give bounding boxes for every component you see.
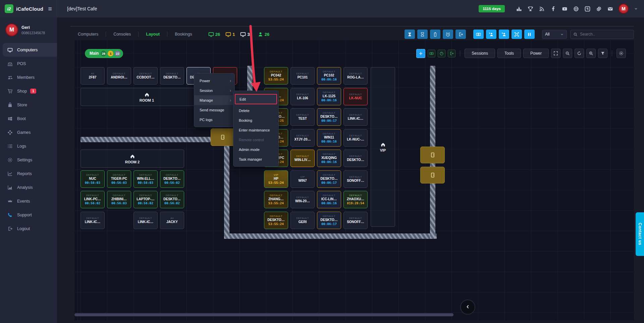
pc-tile[interactable]: DEFAULTTEST	[290, 108, 315, 126]
menu-item-pc-logs[interactable]: PC logs	[194, 115, 234, 124]
toolbar-button-pause[interactable]	[524, 30, 535, 39]
pc-tile[interactable]: DEFAULTANDROI…	[107, 67, 131, 85]
user-avatar[interactable]: M	[619, 4, 629, 14]
toolbar-button-hourglass-filled[interactable]	[405, 30, 415, 39]
layout-grid[interactable]: ROOM 1ROOM 2VIPAll2F87DEFAULTANDROI…DEFA…	[74, 40, 634, 320]
pc-tile[interactable]: DEFAULTLINK-IC…	[343, 108, 368, 126]
menu-item-power[interactable]: Power›	[194, 76, 234, 86]
pc-tile[interactable]: VIPWIN7	[290, 170, 315, 188]
submenu-item-task-manager[interactable]: Task manager	[233, 154, 278, 164]
pc-tile[interactable]: DEFAULTDESKTO…00:56:02	[160, 191, 184, 208]
sidebar-item-events[interactable]: Events	[0, 194, 57, 208]
pc-tile[interactable]: DEFAULTZHIBINI…00:56:03	[107, 191, 131, 208]
status-filter-select[interactable]: All	[542, 30, 567, 39]
pc-tile[interactable]: DEFAULTDESKTO…00:06:17	[317, 212, 341, 229]
pc-tile[interactable]: DEFAULTWIN1100:06:16	[317, 129, 341, 147]
chevron-down-icon[interactable]	[634, 7, 638, 11]
pc-tile[interactable]: DEFAULTDESKTO…00:56:02	[160, 170, 184, 188]
sidebar-item-support[interactable]: Support	[0, 208, 57, 222]
sidebar-item-settings[interactable]: Settings	[0, 153, 57, 167]
pc-tile[interactable]: DEFAULTLK-106	[290, 88, 315, 105]
subscription-days-badge[interactable]: 1115 days	[479, 5, 505, 12]
sidebar-item-members[interactable]: Members	[0, 70, 57, 84]
pc-tile[interactable]: DEFAULTXTJY-20…	[290, 129, 315, 147]
pc-tile[interactable]: DEFAULTICC-LIN…00:06:16	[317, 191, 341, 208]
submenu-item-edit[interactable]: Edit	[235, 94, 277, 104]
toolbar-button-member-plus[interactable]	[499, 30, 509, 39]
submenu-item-delete[interactable]: Delete	[233, 106, 278, 115]
toolbar-button-hourglass[interactable]	[417, 30, 428, 39]
pc-tile[interactable]: DEFAULTWIN-20…	[290, 191, 315, 208]
tab-consoles[interactable]: Consoles	[106, 32, 138, 37]
toolbar-button-cash[interactable]	[473, 30, 484, 39]
sidebar-item-shop[interactable]: Shop1	[0, 84, 57, 98]
sidebar-item-boot[interactable]: Boot	[0, 112, 57, 125]
door-tile[interactable]	[211, 128, 235, 146]
pc-tile[interactable]: DEFAULTLINK-IC…	[133, 212, 158, 229]
toolbar-button-sign-out[interactable]	[455, 30, 466, 39]
tab-bookings[interactable]: Bookings	[167, 32, 199, 37]
sidebar-item-computers[interactable]: Computers	[3, 43, 57, 57]
pc-tile[interactable]: VIPHP53:55:24	[264, 170, 288, 188]
pc-tile[interactable]: DEFAULTLINK-IC…	[80, 212, 105, 229]
submenu-item-label: Remote control	[239, 138, 264, 142]
pc-tile[interactable]: DEFAULTLK-NUC-…	[343, 129, 368, 147]
sidebar-item-games[interactable]: Games	[0, 125, 57, 139]
submenu-item-admin-mode[interactable]: Admin mode	[233, 145, 278, 154]
pc-tile[interactable]: DEFAULTTIGER-PC00:56:03	[107, 170, 131, 188]
pc-tile[interactable]: DEFAULTDESKTO…	[343, 150, 368, 167]
pc-tile[interactable]: DEFAULTLINK-PC…00:56:02	[80, 191, 105, 208]
pc-tile[interactable]: DEFAULTNUC00:56:03	[80, 170, 105, 188]
toolbar-button-member-star[interactable]	[486, 30, 496, 39]
menu-item-manage[interactable]: Manage›	[194, 95, 234, 105]
pc-tile[interactable]: DEFAULTGERI	[290, 212, 315, 229]
search-box[interactable]	[570, 30, 634, 39]
chat-fab[interactable]: ‹	[460, 300, 475, 315]
pc-tile[interactable]: DEFAULTZHANG…53:55:24	[264, 191, 288, 208]
floor-layout-canvas[interactable]: Main 26122 SessionsToolsPower ROOM 1ROOM…	[74, 40, 634, 320]
horizontal-scrollbar[interactable]	[74, 313, 453, 316]
tab-computers[interactable]: Computers	[70, 32, 106, 37]
pc-tile[interactable]: DEFAULTPC10200:06:16	[317, 67, 341, 85]
sidebar-item-store[interactable]: Store	[0, 98, 57, 112]
menu-item-session[interactable]: Session›	[194, 86, 234, 95]
toolbar-button-alarm[interactable]	[443, 30, 453, 39]
toolbar-button-battery[interactable]	[430, 30, 440, 39]
sidebar-item-logout[interactable]: Logout	[0, 222, 57, 235]
pc-tile[interactable]: DEFAULTZHAOXU…819:28:54	[343, 191, 368, 208]
pc-tile[interactable]: AllJACKY	[160, 212, 184, 229]
door-tile[interactable]	[420, 167, 445, 183]
search-input[interactable]	[580, 32, 634, 37]
pc-tile[interactable]: DEFAULTROG-LA…	[343, 67, 368, 85]
pc-tile[interactable]: DEFAULTLK-112500:06:16	[317, 88, 341, 105]
sidebar-item-reports[interactable]: Reports	[0, 167, 57, 180]
sidebar-user-card[interactable]: M Geri 008612345678	[0, 17, 57, 43]
pc-tile[interactable]: DEFAULTLAPTOP-…00:56:02	[133, 191, 158, 208]
sidebar-item-label: Reports	[17, 171, 32, 176]
toolbar-button-scan[interactable]	[512, 30, 522, 39]
menu-item-send-message[interactable]: Send message	[194, 105, 234, 115]
submenu-item-enter-maintenance[interactable]: Enter maintenance	[233, 125, 278, 135]
door-tile[interactable]	[420, 147, 445, 163]
pc-tile[interactable]: DEFAULTDESKTO…00:06:17	[317, 170, 341, 188]
contact-us-tab[interactable]: Contact us	[636, 212, 644, 256]
pc-tile[interactable]: DEFAULTXUEQING00:06:16	[317, 150, 341, 167]
pc-tile[interactable]: DEFAULTWIN-ELL…00:56:03	[133, 170, 158, 188]
pc-tile[interactable]: DEFAULTDESKTO…	[160, 67, 184, 85]
submenu-item-booking[interactable]: Booking	[233, 115, 278, 125]
pc-tile[interactable]: DEFAULTSONOFF…	[343, 212, 368, 229]
pc-tile[interactable]: All2F87	[80, 67, 105, 85]
pc-tile[interactable]: DEFAULTSONOFF…	[343, 170, 368, 188]
pc-tile[interactable]: DEFAULTDESKTO…00:06:17	[317, 108, 341, 126]
pc-tile[interactable]: DEFAULTLK-NUC	[343, 88, 368, 105]
sidebar-item-pos[interactable]: POS	[0, 57, 57, 70]
pc-tile[interactable]: DEFAULTDESKTO…53:55:24	[264, 212, 288, 229]
hamburger-menu-icon[interactable]: ≡	[48, 5, 52, 13]
pc-tile[interactable]: DEFAULTWIN-LIV…	[290, 150, 315, 167]
sidebar-item-analysis[interactable]: Analysis	[0, 180, 57, 194]
pc-tile[interactable]: DEFAULTPC04253:55:24	[264, 67, 288, 85]
pc-tile[interactable]: DEFAULTCCBOOT…	[133, 67, 158, 85]
pc-tile[interactable]: DEFAULTPC101	[290, 67, 315, 85]
tab-layout[interactable]: Layout	[139, 32, 167, 37]
sidebar-item-logs[interactable]: Logs	[0, 139, 57, 153]
